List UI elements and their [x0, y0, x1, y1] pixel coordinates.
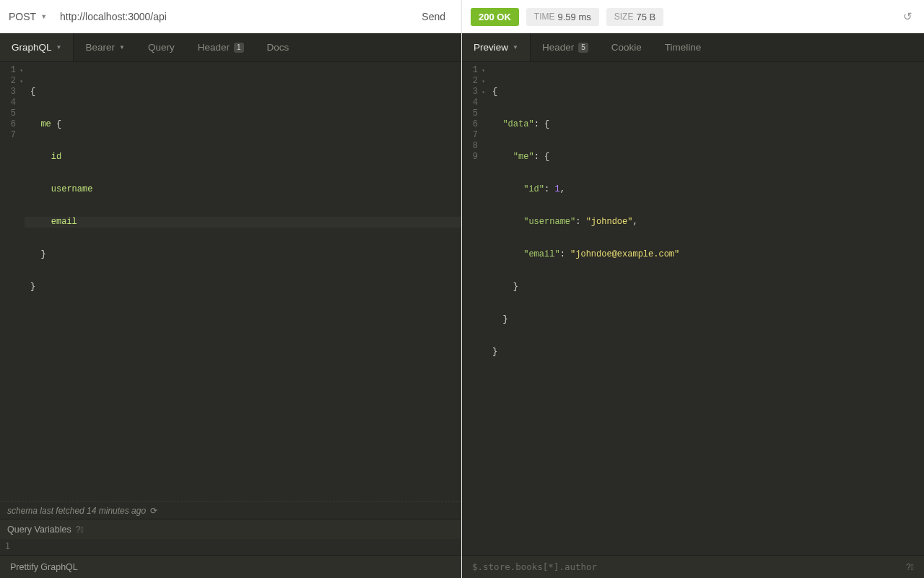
send-button[interactable]: Send — [414, 8, 453, 25]
right-footer: $.store.books[*].author ?⃝ — [462, 555, 924, 578]
header-count-badge: 5 — [578, 43, 588, 53]
tab-timeline[interactable]: Timeline — [653, 33, 713, 61]
schema-status-bar: schema last fetched 14 minutes ago ⟳ — [0, 501, 461, 519]
tab-label: Header — [542, 42, 574, 53]
tab-label: Timeline — [665, 42, 702, 53]
response-size-badge: SIZE 75 B — [606, 8, 663, 26]
code-body: { "data": { "me": { "id": 1, "username":… — [487, 62, 924, 555]
jsonpath-input[interactable]: $.store.books[*].author — [472, 561, 597, 572]
refresh-icon[interactable]: ⟳ — [150, 506, 157, 516]
tab-preview[interactable]: Preview ▼ — [462, 33, 530, 61]
tab-label: Query — [148, 42, 175, 53]
tab-label: Bearer — [85, 42, 115, 53]
prettify-button[interactable]: Prettify GraphQL — [10, 562, 78, 572]
tab-graphql[interactable]: GraphQL ▼ — [0, 33, 73, 61]
query-variables-editor[interactable]: 1 — [0, 539, 461, 555]
tab-label: Cookie — [611, 42, 642, 53]
tab-label: Header — [198, 42, 230, 53]
graphql-editor[interactable]: 1 2 3 4 5 6 7 { me { id username email }… — [0, 62, 461, 501]
tab-docs[interactable]: Docs — [256, 33, 301, 61]
help-icon[interactable]: ?⃝ — [76, 525, 84, 535]
line-gutter: 1 2 3 4 5 6 7 — [0, 62, 25, 501]
query-variables-header[interactable]: Query Variables ?⃝ — [0, 519, 461, 539]
left-footer: Prettify GraphQL — [0, 555, 461, 578]
response-time-badge: TIME 9.59 ms — [526, 8, 599, 26]
request-tabs: GraphQL ▼ Bearer ▼ Query Header 1 Docs — [0, 33, 461, 62]
line-gutter: 1 2 3 4 5 6 7 8 9 — [462, 62, 487, 555]
help-icon[interactable]: ?⃝ — [906, 562, 914, 572]
schema-status-text: schema last fetched 14 minutes ago — [7, 506, 146, 516]
response-tabs: Preview ▼ Header 5 Cookie Timeline — [462, 33, 924, 62]
code-body: { me { id username email } } — [25, 62, 461, 501]
chevron-down-icon: ▼ — [56, 44, 62, 51]
tab-header-request[interactable]: Header 1 — [186, 33, 256, 61]
history-icon[interactable]: ↺ — [900, 7, 915, 26]
header-count-badge: 1 — [234, 43, 244, 53]
tab-bearer[interactable]: Bearer ▼ — [74, 33, 136, 61]
url-input[interactable]: http://localhost:3000/api — [53, 11, 414, 22]
tab-label: Preview — [474, 42, 508, 53]
tab-header-response[interactable]: Header 5 — [531, 33, 600, 61]
request-bar: POST ▼ http://localhost:3000/api Send — [0, 0, 461, 33]
tab-query[interactable]: Query — [136, 33, 186, 61]
method-dropdown[interactable]: POST ▼ — [9, 11, 53, 22]
status-code-badge: 200 OK — [471, 8, 519, 26]
tab-cookie[interactable]: Cookie — [600, 33, 653, 61]
method-label: POST — [9, 11, 36, 22]
tab-label: GraphQL — [12, 42, 52, 53]
query-variables-label: Query Variables — [7, 525, 71, 535]
tab-label: Docs — [267, 42, 289, 53]
chevron-down-icon: ▼ — [40, 13, 47, 20]
chevron-down-icon: ▼ — [513, 44, 518, 51]
response-viewer[interactable]: 1 2 3 4 5 6 7 8 9 { "data": { "me": { "i… — [462, 62, 924, 555]
chevron-down-icon: ▼ — [119, 44, 125, 51]
response-bar: 200 OK TIME 9.59 ms SIZE 75 B ↺ — [462, 0, 924, 33]
